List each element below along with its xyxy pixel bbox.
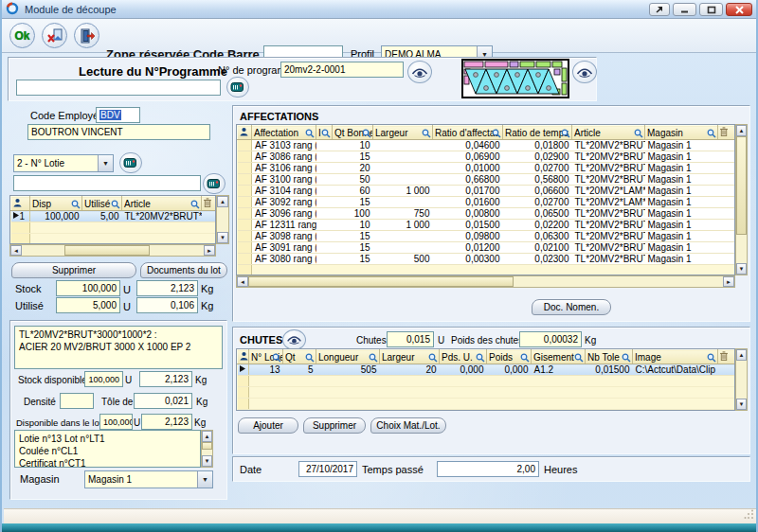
- column-header-ratio-d-affectat[interactable]: Ratio d'affectat: [433, 126, 503, 140]
- scroll-up-button[interactable]: ▲: [217, 196, 228, 207]
- scroll-left-button[interactable]: ◄: [237, 276, 248, 287]
- scroll-up-button[interactable]: ▲: [202, 431, 212, 442]
- vertical-scrollbar[interactable]: ▲▼: [201, 430, 213, 468]
- vertical-scrollbar[interactable]: ▲▼: [216, 195, 229, 244]
- documents-du-lot-button[interactable]: Documents du lot: [140, 262, 227, 278]
- num-programme-field[interactable]: 20mv2-2-0001: [280, 62, 404, 78]
- code-employe-field[interactable]: BDV: [96, 107, 140, 123]
- column-header-utilis-[interactable]: Utilisé: [82, 197, 122, 211]
- chutes-qty-field[interactable]: 0,015: [387, 331, 434, 347]
- date-field[interactable]: 27/10/2017: [298, 461, 357, 477]
- column-header-poids[interactable]: Poids: [487, 350, 532, 364]
- column-header-nb-tole[interactable]: Nb Tole: [586, 350, 633, 364]
- table-row[interactable]: 1100,0005,00TL*20MV2*BRUT*3000*10: [11, 211, 216, 222]
- select-all-header[interactable]: [238, 350, 249, 364]
- column-header-largeur[interactable]: Largeur: [380, 350, 440, 364]
- lot-mode-select[interactable]: 2 - N° Lotie ▼: [13, 154, 114, 172]
- resize-grip[interactable]: [744, 509, 754, 522]
- chevron-down-icon[interactable]: ▼: [98, 155, 113, 171]
- stock-kg-field[interactable]: 2,123: [136, 280, 198, 296]
- delete-column-header[interactable]: [718, 350, 735, 364]
- scroll-down-button[interactable]: ▼: [736, 263, 747, 275]
- close-button[interactable]: [726, 3, 752, 16]
- scroll-down-button[interactable]: ▼: [736, 399, 747, 410]
- column-header-image[interactable]: Image: [633, 350, 718, 364]
- table-row[interactable]: AF 3104 rang (1) (I F601 0000,017000,066…: [238, 186, 735, 197]
- column-header-i[interactable]: I: [316, 126, 333, 140]
- column-header-largeur[interactable]: Largeur: [373, 126, 433, 140]
- column-header-longueur[interactable]: Longueur: [316, 350, 380, 364]
- minimize-button[interactable]: [673, 3, 696, 16]
- magasin-select[interactable]: Magasin 1 ▼: [84, 470, 213, 488]
- stock-disponible-kg-field[interactable]: 2,123: [139, 371, 192, 387]
- table-row[interactable]: AF 3100 rang (1) (I F500,668000,56800TL*…: [238, 174, 735, 186]
- stock-units-field[interactable]: 100,000: [56, 280, 120, 296]
- table-row[interactable]: AF 3080 rang (1) (I F155000,003000,02300…: [238, 254, 735, 265]
- column-header-n-lotie[interactable]: N° Lotie: [249, 350, 283, 364]
- vertical-scrollbar[interactable]: ▲▼: [735, 348, 748, 411]
- barcode-scanner-button[interactable]: [203, 173, 226, 194]
- column-header-article[interactable]: Article: [122, 197, 202, 211]
- column-header-gisement[interactable]: Gisement: [532, 350, 586, 364]
- lot-info-textarea[interactable]: Lotie n°13 Lot n°LT1 Coulée n°CL1 Certif…: [14, 430, 201, 468]
- chevron-down-icon[interactable]: ▼: [197, 471, 212, 488]
- column-header-article[interactable]: Article: [572, 126, 645, 140]
- utilise-kg-field[interactable]: 0,106: [136, 297, 198, 313]
- stock-disponible-u-field[interactable]: 100,000: [84, 371, 123, 387]
- poids-chutes-field[interactable]: 0,00032: [519, 331, 582, 347]
- column-header-pds-u-[interactable]: Pds. U.: [440, 350, 487, 364]
- lot-scan-input[interactable]: [13, 175, 201, 191]
- select-all-header[interactable]: [11, 197, 30, 211]
- column-header-qt[interactable]: Qt: [283, 350, 316, 364]
- column-header-qt-bonne[interactable]: Qt Bonne: [333, 126, 373, 140]
- select-all-header[interactable]: [238, 126, 252, 140]
- vertical-scrollbar[interactable]: ▲▼: [735, 124, 748, 275]
- delete-column-header[interactable]: [202, 197, 216, 211]
- barcode-scanner-button[interactable]: [226, 77, 249, 98]
- scroll-up-button[interactable]: ▲: [736, 125, 747, 136]
- table-row[interactable]: AF 3096 rang (1) (I F1007500,008000,0650…: [238, 208, 735, 220]
- utilise-units-field[interactable]: 5,000: [56, 297, 120, 313]
- choix-mat-lot-button[interactable]: Choix Mat./Lot.: [370, 417, 446, 434]
- temps-passe-field[interactable]: 2,00: [437, 461, 539, 477]
- column-header-affectation[interactable]: Affectation: [252, 126, 316, 140]
- table-row[interactable]: AF 3103 rang (1) (I F100,046000,01800TL*…: [238, 140, 735, 151]
- ajouter-button[interactable]: Ajouter: [238, 417, 298, 434]
- horizontal-scrollbar[interactable]: ◄►: [236, 275, 735, 288]
- scroll-right-button[interactable]: ►: [723, 276, 734, 287]
- supprimer-chute-button[interactable]: Supprimer: [303, 417, 366, 434]
- programme-scan-input[interactable]: [16, 80, 221, 96]
- scroll-down-button[interactable]: ▼: [202, 455, 212, 467]
- horizontal-scrollbar[interactable]: ◄►: [9, 244, 216, 257]
- doc-nomen-button[interactable]: Doc. Nomen.: [532, 299, 611, 315]
- table-row[interactable]: 135505200,0000,000A1.20,01500C:\Actcut\D…: [238, 364, 735, 376]
- tole-kg-field[interactable]: 0,021: [134, 393, 192, 409]
- scroll-left-button[interactable]: ◄: [10, 245, 22, 256]
- scroll-down-button[interactable]: ▼: [217, 232, 228, 243]
- table-row[interactable]: AF 3091 rang (1) (I F150,012000,02100TL*…: [238, 242, 735, 254]
- disponible-lot-kg-field[interactable]: 2,123: [141, 414, 192, 430]
- table-row[interactable]: AF 3098 rang (1) (I F150,098000,06300TL*…: [238, 231, 735, 242]
- ok-button[interactable]: Ok: [9, 23, 35, 48]
- scroll-up-button[interactable]: ▲: [736, 349, 747, 361]
- disponible-lot-u-field[interactable]: 100,000: [99, 414, 133, 430]
- scroll-right-button[interactable]: ►: [204, 245, 215, 256]
- maximize-button[interactable]: [699, 3, 723, 16]
- view-chutes-button[interactable]: [282, 329, 306, 350]
- view-programme-button[interactable]: [407, 61, 432, 83]
- column-header-magasin[interactable]: Magasin: [645, 126, 718, 140]
- scroll-thumb[interactable]: [64, 245, 150, 256]
- table-row[interactable]: AF 3092 rang (1) (I F150,016000,02700TL*…: [238, 197, 735, 208]
- column-header-disp[interactable]: Disp: [30, 197, 82, 211]
- exit-door-button[interactable]: [74, 23, 99, 48]
- table-row[interactable]: AF 3106 rang (1) (I F200,010000,02700TL*…: [238, 163, 735, 174]
- densite-field[interactable]: [60, 393, 94, 409]
- supprimer-lot-button[interactable]: Supprimer: [11, 262, 136, 278]
- column-header-ratio-de-temps[interactable]: Ratio de temps: [503, 126, 572, 140]
- barcode-scanner-button[interactable]: [119, 152, 142, 173]
- window-arrow-button[interactable]: [649, 3, 670, 16]
- table-row[interactable]: AF 12311 rang (1) F101 0000,015000,02200…: [238, 220, 735, 231]
- scroll-thumb[interactable]: [248, 276, 514, 287]
- delete-column-header[interactable]: [718, 126, 735, 140]
- view-nesting-button[interactable]: [572, 61, 597, 83]
